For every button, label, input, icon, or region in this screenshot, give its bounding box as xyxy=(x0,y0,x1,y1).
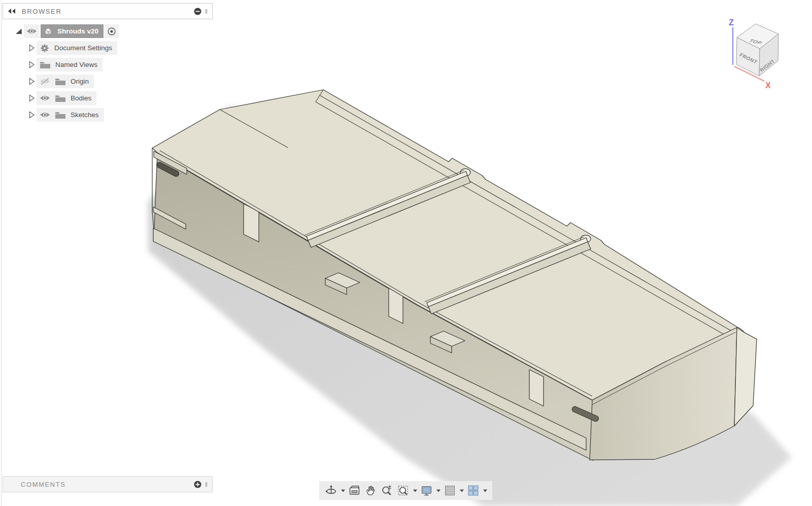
expander-collapsed-icon[interactable] xyxy=(26,111,37,119)
expander-collapsed-icon[interactable] xyxy=(26,60,37,69)
orbit-dropdown-caret[interactable] xyxy=(340,483,346,498)
comments-panel-title: COMMENTS xyxy=(21,481,194,488)
plus-circle-icon[interactable] xyxy=(194,481,201,488)
expander-collapsed-icon[interactable] xyxy=(26,77,37,86)
display-settings-icon xyxy=(420,484,433,497)
expander-collapsed-icon[interactable] xyxy=(26,94,37,102)
pan-button[interactable] xyxy=(363,483,378,498)
folder-icon xyxy=(55,111,66,119)
tree-item-origin[interactable]: Origin xyxy=(37,75,94,88)
look-at-button[interactable] xyxy=(347,483,362,498)
svg-text:±: ± xyxy=(388,484,391,490)
comments-panel-header[interactable]: COMMENTS ‖ xyxy=(3,476,213,492)
viewports-icon xyxy=(467,484,480,497)
expander-expanded-icon[interactable] xyxy=(14,27,24,35)
tree-row-named-views: Named Views xyxy=(3,56,213,73)
display-settings-dropdown-caret[interactable] xyxy=(435,483,441,498)
minus-circle-icon[interactable] xyxy=(194,8,201,15)
fit-button[interactable] xyxy=(396,483,411,498)
tree-row-sketches: Sketches xyxy=(3,106,213,123)
tree-item-named-views[interactable]: Named Views xyxy=(37,58,103,71)
activate-radio-icon xyxy=(107,27,116,36)
eye-icon[interactable] xyxy=(40,111,50,119)
activate-component-radio[interactable] xyxy=(105,24,119,38)
browser-panel-header[interactable]: BROWSER ‖ xyxy=(3,3,213,19)
component-cube-icon xyxy=(44,27,53,36)
tree-item-label: Sketches xyxy=(71,111,99,119)
tree-row-root-component: Shrouds v20 xyxy=(3,23,213,40)
eye-icon xyxy=(26,27,37,35)
tree-item-shrouds-v20[interactable]: Shrouds v20 xyxy=(41,24,104,38)
grid-dropdown-caret[interactable] xyxy=(459,483,464,498)
eye-hidden-icon[interactable] xyxy=(40,78,50,85)
viewcube[interactable]: TOP FRONT RIGHT Z X xyxy=(729,18,779,90)
orbit-button[interactable] xyxy=(324,483,339,498)
viewports-button[interactable] xyxy=(466,483,481,498)
fusion-canvas-window: { "browser_panel": { "title": "BROWSER",… xyxy=(0,0,812,506)
tree-item-bodies[interactable]: Bodies xyxy=(37,91,96,105)
eye-icon[interactable] xyxy=(40,94,50,102)
tree-row-bodies: Bodies xyxy=(3,90,213,106)
tree-item-sketches[interactable]: Sketches xyxy=(37,108,104,122)
browser-panel-title: BROWSER xyxy=(22,8,194,15)
expander-collapsed-icon[interactable] xyxy=(26,44,37,52)
grid-and-snaps-button[interactable] xyxy=(443,483,457,498)
model-right-end-face xyxy=(734,328,757,426)
pan-hand-icon xyxy=(364,484,377,497)
tree-item-label: Document Settings xyxy=(54,44,112,52)
gear-icon xyxy=(40,43,50,53)
zoom-button[interactable]: ± xyxy=(380,483,394,498)
visibility-toggle[interactable] xyxy=(24,24,40,38)
collapse-panel-icon[interactable] xyxy=(8,8,16,14)
folder-icon xyxy=(55,94,66,102)
orbit-icon xyxy=(325,484,337,497)
fit-dropdown-caret[interactable] xyxy=(412,483,418,498)
tree-item-label: Named Views xyxy=(55,61,97,68)
look-at-icon xyxy=(348,484,361,497)
display-settings-button[interactable] xyxy=(419,483,434,498)
grid-icon xyxy=(444,484,456,497)
viewports-dropdown-caret[interactable] xyxy=(482,483,488,498)
z-axis-label: Z xyxy=(729,18,734,27)
panel-grip-handle[interactable]: ‖ xyxy=(205,481,208,488)
browser-panel: BROWSER ‖ S xyxy=(3,3,213,123)
comments-panel: COMMENTS ‖ xyxy=(3,476,213,492)
tree-item-label: Shrouds v20 xyxy=(57,27,98,35)
browser-tree: Shrouds v20 xyxy=(3,23,213,123)
x-axis-label: X xyxy=(765,81,771,90)
zoom-icon: ± xyxy=(381,484,393,497)
navigation-toolbar: ± xyxy=(319,481,492,500)
folder-icon xyxy=(55,78,66,86)
panel-grip-handle[interactable]: ‖ xyxy=(205,8,208,15)
tree-item-document-settings[interactable]: Document Settings xyxy=(37,41,117,55)
tree-row-document-settings: Document Settings xyxy=(3,40,213,56)
tree-row-origin: Origin xyxy=(3,73,213,90)
zoom-fit-icon xyxy=(397,484,410,497)
tree-item-label: Origin xyxy=(71,78,89,85)
folder-icon xyxy=(40,61,51,69)
tree-item-label: Bodies xyxy=(71,94,91,102)
